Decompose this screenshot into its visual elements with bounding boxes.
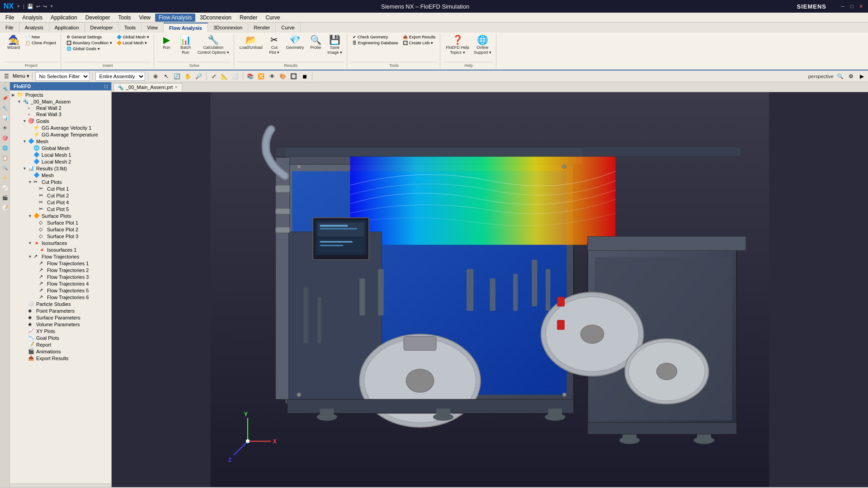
tree-item-36[interactable]: 📉Goal Plots — [10, 334, 111, 341]
sidebar-scrollbar[interactable] — [10, 483, 111, 487]
ribbon-tab-application[interactable]: Application — [49, 23, 85, 33]
ribbon-tab-flow-analysis[interactable]: Flow Analysis — [164, 23, 208, 33]
zoom-button[interactable]: 🔎 — [194, 72, 203, 81]
floefd-help-button[interactable]: ❓ FloEFD HelpTopics ▾ — [444, 34, 471, 56]
assembly-filter-dropdown[interactable]: Entire Assembly — [95, 72, 145, 81]
strip-btn-12[interactable]: 🎬 — [1, 193, 9, 202]
tree-item-0[interactable]: ▶📁Projects — [10, 91, 111, 98]
coord-button[interactable]: 🔀 — [257, 72, 266, 81]
viewport-tab-item[interactable]: 🔩 _00_Main_Assem.prt ✕ — [113, 83, 182, 91]
ribbon-tab-view[interactable]: View — [142, 23, 164, 33]
clone-project-button[interactable]: 📋Clone Project — [24, 40, 58, 46]
tree-item-5[interactable]: ⚡GG Average Velocity 1 — [10, 124, 111, 131]
tree-item-19[interactable]: ◇Surface Plot 1 — [10, 219, 111, 226]
run-button[interactable]: ▶ Run — [158, 34, 176, 51]
tree-toggle-1[interactable]: ▼ — [17, 99, 23, 104]
tree-toggle-22[interactable]: ▼ — [28, 241, 33, 245]
load-unload-button[interactable]: 📂 Load/Unload — [238, 34, 264, 51]
ribbon-tab-analysis[interactable]: Analysis — [19, 23, 49, 33]
calc-control-button[interactable]: 🔧 CalculationControl Options ▾ — [196, 34, 231, 56]
color-button[interactable]: 🎨 — [278, 72, 288, 81]
tree-item-37[interactable]: 📝Report — [10, 341, 111, 348]
wizard-button[interactable]: 🧙 Wizard — [5, 34, 23, 51]
tree-item-4[interactable]: ▼🎯Goals — [10, 117, 111, 124]
tree-toggle-24[interactable]: ▼ — [28, 254, 33, 259]
menu-item-analysis[interactable]: Analysis — [19, 14, 46, 22]
strip-btn-5[interactable]: 👁 — [1, 124, 9, 132]
probe-button[interactable]: 🔍 Probe — [307, 34, 325, 51]
menu-label[interactable]: Menu ▾ — [13, 73, 29, 79]
ribbon-tab-file[interactable]: File — [0, 23, 19, 33]
rotate-button[interactable]: 🔄 — [173, 72, 182, 81]
geometry-button[interactable]: 💎 Geometry — [284, 34, 306, 51]
viewport[interactable]: 🔩 _00_Main_Assem.prt ✕ — [112, 82, 868, 487]
front-view-button[interactable]: 📐 — [220, 72, 229, 81]
strip-btn-3[interactable]: 🔧 — [1, 104, 9, 112]
ribbon-tab-curve[interactable]: Curve — [276, 23, 300, 33]
layer-button[interactable]: 📚 — [246, 72, 255, 81]
tree-item-20[interactable]: ◇Surface Plot 2 — [10, 226, 111, 233]
menu-icon[interactable]: ☰ — [2, 72, 11, 81]
strip-btn-6[interactable]: 🎯 — [1, 134, 9, 142]
menu-item-developer[interactable]: Developer — [82, 14, 114, 22]
tree-item-38[interactable]: 🎬Animations — [10, 348, 111, 355]
tree-item-8[interactable]: 🌐Global Mesh — [10, 145, 111, 151]
tree-item-31[interactable]: ⚪Particle Studies — [10, 300, 111, 307]
tree-toggle-13[interactable]: ▼ — [28, 180, 33, 184]
tree-item-33[interactable]: ◈Surface Parameters — [10, 314, 111, 321]
sidebar-collapse-button[interactable]: □ — [104, 84, 108, 89]
tree-item-17[interactable]: ✂Cut Plot 5 — [10, 206, 111, 212]
tree-toggle-11[interactable]: ▼ — [23, 166, 28, 171]
strip-btn-2[interactable]: 📌 — [1, 94, 9, 102]
tab-close-button[interactable]: ✕ — [175, 85, 178, 89]
minimize-button[interactable]: ─ — [839, 3, 846, 10]
tree-item-39[interactable]: 📤Export Results — [10, 355, 111, 361]
tree-item-7[interactable]: ▼🔷Mesh — [10, 138, 111, 145]
tree-item-12[interactable]: 🔷Mesh — [10, 172, 111, 178]
tree-item-14[interactable]: ✂Cut Plot 1 — [10, 185, 111, 192]
strip-btn-4[interactable]: 📊 — [1, 114, 9, 122]
tree-item-2[interactable]: ▫Real Wall 2 — [10, 105, 111, 111]
tree-item-22[interactable]: ▼🔺Isosurfaces — [10, 239, 111, 246]
selection-filter-dropdown[interactable]: No Selection Filter — [35, 72, 90, 81]
maximize-button[interactable]: □ — [848, 3, 855, 10]
tree-item-23[interactable]: 🔺Isosurfaces 1 — [10, 246, 111, 253]
strip-btn-10[interactable]: ⚡ — [1, 174, 9, 182]
tree-toggle-18[interactable]: ▼ — [28, 214, 33, 218]
tree-item-9[interactable]: 🔷Local Mesh 1 — [10, 151, 111, 158]
pan-button[interactable]: ✋ — [184, 72, 193, 81]
tree-toggle-7[interactable]: ▼ — [23, 139, 28, 144]
close-button[interactable]: ✕ — [857, 3, 864, 10]
cut-plot-button[interactable]: ✂ CutPlot ▾ — [265, 34, 283, 56]
ribbon-tab-render[interactable]: Render — [248, 23, 276, 33]
global-goals-button[interactable]: 🌐Global Goals ▾ — [65, 46, 114, 52]
tree-item-30[interactable]: ↗Flow Trajectories 6 — [10, 294, 111, 300]
quick-access-save[interactable]: 💾 — [27, 4, 33, 9]
engineering-db-button[interactable]: 🗄Engineering Database — [351, 40, 400, 46]
tree-item-11[interactable]: ▼📊Results (3.fld) — [10, 165, 111, 172]
quick-access-undo[interactable]: ↩ — [36, 4, 40, 9]
menu-item-flow-analysis[interactable]: Flow Analysis — [155, 14, 195, 22]
tree-item-10[interactable]: 🔷Local Mesh 2 — [10, 158, 111, 165]
check-geometry-button[interactable]: ✔Check Geometry — [351, 34, 400, 40]
ribbon-tab-developer[interactable]: Developer — [85, 23, 119, 33]
tree-item-1[interactable]: ▼🔩_00_Main_Assem — [10, 98, 111, 105]
export-results-button[interactable]: 📤Export Results — [401, 34, 438, 40]
new-button[interactable]: 📄New — [24, 34, 58, 40]
tree-item-15[interactable]: ✂Cut Plot 2 — [10, 192, 111, 199]
tree-item-3[interactable]: ▫Real Wall 3 — [10, 111, 111, 117]
tree-item-29[interactable]: ↗Flow Trajectories 5 — [10, 287, 111, 294]
general-settings-button[interactable]: ⚙General Settings — [65, 34, 114, 40]
wireframe-button[interactable]: ⬜ — [231, 72, 240, 81]
tree-item-26[interactable]: ↗Flow Trajectories 2 — [10, 267, 111, 273]
menu-item-tools[interactable]: Tools — [114, 14, 134, 22]
tree-item-6[interactable]: ⚡GG Average Temperature — [10, 131, 111, 138]
boundary-condition-button[interactable]: 🔲Boundary Condition ▾ — [65, 40, 114, 46]
fit-button[interactable]: ⤢ — [209, 72, 218, 81]
tree-container[interactable]: ▶📁Projects▼🔩_00_Main_Assem▫Real Wall 2▫R… — [10, 90, 111, 483]
edge-button[interactable]: 🔲 — [289, 72, 298, 81]
shade-button[interactable]: ◼ — [300, 72, 309, 81]
tree-item-27[interactable]: ↗Flow Trajectories 3 — [10, 273, 111, 280]
batch-run-button[interactable]: 📊 BatchRun — [177, 34, 195, 56]
tree-toggle-4[interactable]: ▼ — [23, 119, 28, 123]
